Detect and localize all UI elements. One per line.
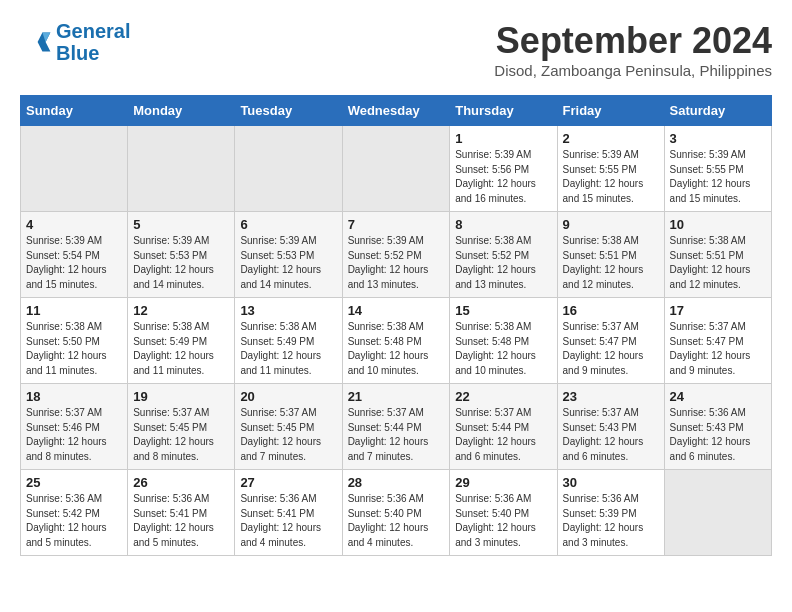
day-info: Sunrise: 5:39 AM Sunset: 5:54 PM Dayligh… xyxy=(26,234,122,292)
logo-text: General Blue xyxy=(56,20,130,64)
calendar-cell: 9Sunrise: 5:38 AM Sunset: 5:51 PM Daylig… xyxy=(557,212,664,298)
day-number: 29 xyxy=(455,475,551,490)
calendar-cell: 10Sunrise: 5:38 AM Sunset: 5:51 PM Dayli… xyxy=(664,212,771,298)
day-number: 4 xyxy=(26,217,122,232)
calendar-cell: 1Sunrise: 5:39 AM Sunset: 5:56 PM Daylig… xyxy=(450,126,557,212)
day-info: Sunrise: 5:38 AM Sunset: 5:48 PM Dayligh… xyxy=(455,320,551,378)
day-number: 21 xyxy=(348,389,445,404)
logo-icon xyxy=(20,26,52,58)
page-header: General Blue September 2024 Disod, Zambo… xyxy=(20,20,772,79)
day-info: Sunrise: 5:36 AM Sunset: 5:43 PM Dayligh… xyxy=(670,406,766,464)
location-title: Disod, Zamboanga Peninsula, Philippines xyxy=(494,62,772,79)
dow-friday: Friday xyxy=(557,96,664,126)
dow-wednesday: Wednesday xyxy=(342,96,450,126)
day-number: 13 xyxy=(240,303,336,318)
day-info: Sunrise: 5:39 AM Sunset: 5:56 PM Dayligh… xyxy=(455,148,551,206)
calendar-cell: 26Sunrise: 5:36 AM Sunset: 5:41 PM Dayli… xyxy=(128,470,235,556)
day-info: Sunrise: 5:37 AM Sunset: 5:45 PM Dayligh… xyxy=(240,406,336,464)
dow-thursday: Thursday xyxy=(450,96,557,126)
calendar-cell: 30Sunrise: 5:36 AM Sunset: 5:39 PM Dayli… xyxy=(557,470,664,556)
logo-line2: Blue xyxy=(56,42,99,64)
day-number: 10 xyxy=(670,217,766,232)
calendar-cell: 4Sunrise: 5:39 AM Sunset: 5:54 PM Daylig… xyxy=(21,212,128,298)
day-info: Sunrise: 5:37 AM Sunset: 5:47 PM Dayligh… xyxy=(670,320,766,378)
calendar-cell xyxy=(235,126,342,212)
calendar-week-1: 1Sunrise: 5:39 AM Sunset: 5:56 PM Daylig… xyxy=(21,126,772,212)
day-info: Sunrise: 5:38 AM Sunset: 5:49 PM Dayligh… xyxy=(133,320,229,378)
day-info: Sunrise: 5:39 AM Sunset: 5:53 PM Dayligh… xyxy=(240,234,336,292)
day-number: 6 xyxy=(240,217,336,232)
calendar-cell: 18Sunrise: 5:37 AM Sunset: 5:46 PM Dayli… xyxy=(21,384,128,470)
day-number: 16 xyxy=(563,303,659,318)
calendar-cell xyxy=(342,126,450,212)
calendar-table: SundayMondayTuesdayWednesdayThursdayFrid… xyxy=(20,95,772,556)
day-info: Sunrise: 5:38 AM Sunset: 5:49 PM Dayligh… xyxy=(240,320,336,378)
day-info: Sunrise: 5:36 AM Sunset: 5:39 PM Dayligh… xyxy=(563,492,659,550)
logo-line1: General xyxy=(56,20,130,42)
calendar-cell: 22Sunrise: 5:37 AM Sunset: 5:44 PM Dayli… xyxy=(450,384,557,470)
day-info: Sunrise: 5:37 AM Sunset: 5:43 PM Dayligh… xyxy=(563,406,659,464)
day-number: 12 xyxy=(133,303,229,318)
calendar-cell: 19Sunrise: 5:37 AM Sunset: 5:45 PM Dayli… xyxy=(128,384,235,470)
calendar-cell: 29Sunrise: 5:36 AM Sunset: 5:40 PM Dayli… xyxy=(450,470,557,556)
calendar-cell: 3Sunrise: 5:39 AM Sunset: 5:55 PM Daylig… xyxy=(664,126,771,212)
day-number: 22 xyxy=(455,389,551,404)
dow-sunday: Sunday xyxy=(21,96,128,126)
day-number: 25 xyxy=(26,475,122,490)
day-info: Sunrise: 5:38 AM Sunset: 5:48 PM Dayligh… xyxy=(348,320,445,378)
calendar-cell: 16Sunrise: 5:37 AM Sunset: 5:47 PM Dayli… xyxy=(557,298,664,384)
day-info: Sunrise: 5:37 AM Sunset: 5:46 PM Dayligh… xyxy=(26,406,122,464)
day-info: Sunrise: 5:36 AM Sunset: 5:41 PM Dayligh… xyxy=(240,492,336,550)
day-number: 1 xyxy=(455,131,551,146)
day-number: 8 xyxy=(455,217,551,232)
calendar-cell xyxy=(664,470,771,556)
day-number: 20 xyxy=(240,389,336,404)
calendar-week-3: 11Sunrise: 5:38 AM Sunset: 5:50 PM Dayli… xyxy=(21,298,772,384)
calendar-cell: 15Sunrise: 5:38 AM Sunset: 5:48 PM Dayli… xyxy=(450,298,557,384)
calendar-cell: 17Sunrise: 5:37 AM Sunset: 5:47 PM Dayli… xyxy=(664,298,771,384)
calendar-cell: 21Sunrise: 5:37 AM Sunset: 5:44 PM Dayli… xyxy=(342,384,450,470)
day-number: 7 xyxy=(348,217,445,232)
calendar-cell: 13Sunrise: 5:38 AM Sunset: 5:49 PM Dayli… xyxy=(235,298,342,384)
day-number: 28 xyxy=(348,475,445,490)
day-number: 26 xyxy=(133,475,229,490)
title-section: September 2024 Disod, Zamboanga Peninsul… xyxy=(494,20,772,79)
day-number: 18 xyxy=(26,389,122,404)
dow-monday: Monday xyxy=(128,96,235,126)
logo: General Blue xyxy=(20,20,130,64)
calendar-cell: 28Sunrise: 5:36 AM Sunset: 5:40 PM Dayli… xyxy=(342,470,450,556)
day-info: Sunrise: 5:37 AM Sunset: 5:45 PM Dayligh… xyxy=(133,406,229,464)
dow-tuesday: Tuesday xyxy=(235,96,342,126)
calendar-cell: 11Sunrise: 5:38 AM Sunset: 5:50 PM Dayli… xyxy=(21,298,128,384)
calendar-cell: 27Sunrise: 5:36 AM Sunset: 5:41 PM Dayli… xyxy=(235,470,342,556)
day-number: 5 xyxy=(133,217,229,232)
calendar-cell: 25Sunrise: 5:36 AM Sunset: 5:42 PM Dayli… xyxy=(21,470,128,556)
day-info: Sunrise: 5:38 AM Sunset: 5:51 PM Dayligh… xyxy=(670,234,766,292)
calendar-week-5: 25Sunrise: 5:36 AM Sunset: 5:42 PM Dayli… xyxy=(21,470,772,556)
day-number: 24 xyxy=(670,389,766,404)
day-number: 17 xyxy=(670,303,766,318)
calendar-cell: 20Sunrise: 5:37 AM Sunset: 5:45 PM Dayli… xyxy=(235,384,342,470)
calendar-cell xyxy=(21,126,128,212)
calendar-week-4: 18Sunrise: 5:37 AM Sunset: 5:46 PM Dayli… xyxy=(21,384,772,470)
calendar-cell: 23Sunrise: 5:37 AM Sunset: 5:43 PM Dayli… xyxy=(557,384,664,470)
day-info: Sunrise: 5:36 AM Sunset: 5:42 PM Dayligh… xyxy=(26,492,122,550)
day-number: 11 xyxy=(26,303,122,318)
day-info: Sunrise: 5:36 AM Sunset: 5:40 PM Dayligh… xyxy=(455,492,551,550)
calendar-cell: 7Sunrise: 5:39 AM Sunset: 5:52 PM Daylig… xyxy=(342,212,450,298)
day-info: Sunrise: 5:37 AM Sunset: 5:44 PM Dayligh… xyxy=(455,406,551,464)
day-info: Sunrise: 5:39 AM Sunset: 5:55 PM Dayligh… xyxy=(563,148,659,206)
day-info: Sunrise: 5:38 AM Sunset: 5:50 PM Dayligh… xyxy=(26,320,122,378)
day-of-week-header: SundayMondayTuesdayWednesdayThursdayFrid… xyxy=(21,96,772,126)
calendar-cell: 5Sunrise: 5:39 AM Sunset: 5:53 PM Daylig… xyxy=(128,212,235,298)
day-number: 27 xyxy=(240,475,336,490)
calendar-body: 1Sunrise: 5:39 AM Sunset: 5:56 PM Daylig… xyxy=(21,126,772,556)
calendar-week-2: 4Sunrise: 5:39 AM Sunset: 5:54 PM Daylig… xyxy=(21,212,772,298)
day-info: Sunrise: 5:39 AM Sunset: 5:52 PM Dayligh… xyxy=(348,234,445,292)
day-info: Sunrise: 5:38 AM Sunset: 5:52 PM Dayligh… xyxy=(455,234,551,292)
day-number: 15 xyxy=(455,303,551,318)
day-info: Sunrise: 5:37 AM Sunset: 5:44 PM Dayligh… xyxy=(348,406,445,464)
day-number: 19 xyxy=(133,389,229,404)
calendar-cell: 6Sunrise: 5:39 AM Sunset: 5:53 PM Daylig… xyxy=(235,212,342,298)
day-info: Sunrise: 5:36 AM Sunset: 5:41 PM Dayligh… xyxy=(133,492,229,550)
